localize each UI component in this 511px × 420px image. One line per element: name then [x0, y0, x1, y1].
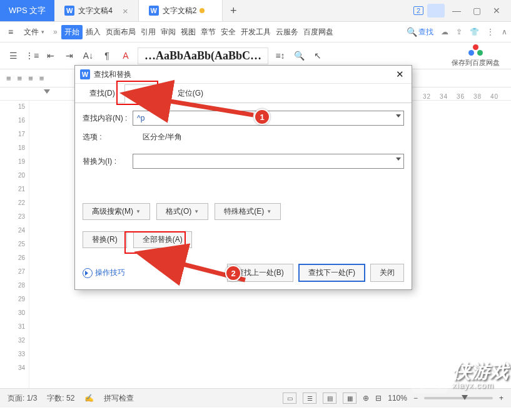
btn-label: 高级搜索(M)	[92, 206, 133, 217]
minimize-button[interactable]: —	[448, 6, 465, 16]
chevron-down-icon[interactable]	[396, 114, 401, 118]
doc-icon: W	[80, 69, 90, 79]
select-icon[interactable]: ↖	[311, 49, 325, 62]
align-justify-icon[interactable]: ≡	[39, 74, 44, 83]
titlebar: WPS 文字 W 文字文稿4 × W 文字文稿2 × + 2 — ▢ ✕	[0, 0, 511, 22]
replace-input[interactable]	[133, 154, 404, 169]
tab-goto[interactable]: 定位(G)	[168, 84, 213, 102]
align-left-icon[interactable]: ≡	[6, 74, 11, 83]
advanced-search-button[interactable]: 高级搜索(M)▼	[83, 203, 150, 220]
ribbon-tab-devtools[interactable]: 开发工具	[239, 25, 273, 39]
tab-label: 文字文稿2	[163, 6, 197, 16]
chevron-down-icon: ▾	[41, 29, 44, 35]
line-spacing-icon[interactable]: ≡↕	[273, 49, 287, 62]
zoom-slider[interactable]	[424, 397, 493, 399]
close-icon[interactable]: ×	[123, 6, 128, 16]
chevron-down-icon[interactable]	[396, 158, 401, 161]
indent-marker-icon[interactable]	[44, 89, 50, 94]
spellcheck-icon[interactable]: ✍	[84, 394, 94, 402]
maximize-button[interactable]: ▢	[468, 6, 485, 16]
chevron-right-icon: »	[53, 28, 58, 36]
options-value: 区分全/半角	[143, 132, 182, 142]
vertical-ruler[interactable]: 1516171819202122232425262728293031323334	[0, 101, 29, 388]
ribbon-tab-chapter[interactable]: 章节	[199, 25, 218, 39]
options-label: 选项 :	[83, 132, 130, 142]
close-icon[interactable]: ✕	[393, 69, 407, 80]
zoom-in-icon[interactable]: +	[499, 394, 503, 402]
paragraph-mark-icon[interactable]: ¶	[100, 49, 114, 62]
close-button[interactable]: 关闭	[370, 264, 404, 282]
tips-label: 操作技巧	[95, 268, 125, 278]
ribbon-tab-baidupan[interactable]: 百度网盘	[301, 25, 335, 39]
hamburger-icon[interactable]: ≡	[4, 25, 18, 39]
ribbon-tab-view[interactable]: 视图	[179, 25, 198, 39]
annotation-bubble-2: 2	[225, 265, 241, 281]
ribbon-tab-security[interactable]: 安全	[219, 25, 238, 39]
view-print-icon[interactable]: ▭	[283, 392, 296, 404]
zoom-thumb-icon[interactable]	[462, 395, 468, 400]
watermark-logo-icon: 侠	[411, 358, 448, 394]
find-label: 查找内容(N) :	[83, 113, 130, 124]
ribbon-tab-home[interactable]: 开始	[61, 25, 83, 39]
view-outline-icon[interactable]: ☰	[303, 392, 316, 404]
search-icon: 🔍	[407, 27, 417, 37]
page-indicator[interactable]: 页面: 1/3	[8, 393, 37, 404]
ribbon-tab-pagelayout[interactable]: 页面布局	[104, 25, 138, 39]
ribbon-tab-cloud[interactable]: 云服务	[274, 25, 300, 39]
dialog-body: 查找内容(N) : ^p 选项 : 区分全/半角 替换为(I) : 高级搜索(M…	[75, 103, 412, 253]
watermark: 侠 侠游戏 xiayx.com	[411, 358, 508, 394]
special-format-button[interactable]: 特殊格式(E)▼	[215, 203, 281, 220]
more-icon[interactable]: ⋮	[487, 28, 494, 36]
dialog-footer: 操作技巧 查找上一处(B) 查找下一处(F) 关闭	[83, 264, 404, 282]
fit-page-icon[interactable]: ⊕	[363, 394, 369, 402]
notification-badge[interactable]: 2	[413, 6, 423, 15]
find-next-button[interactable]: 查找下一处(F)	[298, 264, 365, 282]
ribbon-tab-references[interactable]: 引用	[139, 25, 158, 39]
zoom-out-icon[interactable]: −	[413, 394, 418, 402]
play-icon	[83, 268, 93, 278]
avatar[interactable]	[427, 4, 445, 18]
document-tab-active[interactable]: W 文字文稿2 ×	[139, 0, 223, 21]
search-button[interactable]: 🔍 查找	[407, 27, 433, 38]
annotation-highlight-box	[124, 231, 186, 254]
view-read-icon[interactable]: ▦	[343, 392, 357, 404]
align-right-icon[interactable]: ≡	[28, 74, 33, 83]
styles-gallery[interactable]: …AaBbAaBb(AaBbC…	[138, 48, 268, 64]
save-to-baidu-button[interactable]: 保存到百度网盘	[452, 44, 505, 68]
ribbon-tab-review[interactable]: 审阅	[159, 25, 178, 39]
skin-icon[interactable]: 👕	[470, 28, 479, 36]
new-tab-button[interactable]: +	[223, 0, 244, 21]
replace-label: 替换为(I) :	[83, 156, 130, 167]
cloud-icon[interactable]: ☁	[441, 28, 448, 36]
baidu-pan-icon	[467, 44, 485, 57]
statusbar-right: ▭ ☰ ▤ ▦ ⊕ ⊟ 110% − +	[283, 392, 503, 404]
file-menu[interactable]: 文件 ▾	[19, 27, 49, 38]
watermark-en: xiayx.com	[452, 381, 508, 390]
close-button[interactable]: ✕	[488, 6, 505, 16]
bullet-list-icon[interactable]: ☰	[6, 49, 20, 62]
doc-icon: W	[149, 6, 159, 16]
view-web-icon[interactable]: ▤	[323, 392, 336, 404]
align-center-icon[interactable]: ≡	[18, 74, 23, 83]
word-count[interactable]: 字数: 52	[47, 393, 74, 404]
ribbon-tab-insert[interactable]: 插入	[84, 25, 103, 39]
font-color-icon[interactable]: A	[119, 49, 133, 62]
search-label-text: 查找	[418, 27, 433, 38]
share-icon[interactable]: ⇪	[456, 28, 462, 36]
fit-width-icon[interactable]: ⊟	[375, 394, 382, 402]
tips-link[interactable]: 操作技巧	[83, 268, 125, 278]
document-tab[interactable]: W 文字文稿4 ×	[54, 0, 138, 21]
find-icon[interactable]: 🔍	[292, 49, 306, 62]
indent-decrease-icon[interactable]: ⇤	[44, 49, 58, 62]
ribbon-tabs: ≡ 文件 ▾ » 开始 插入 页面布局 引用 审阅 视图 章节 安全 开发工具 …	[0, 22, 511, 42]
format-button[interactable]: 格式(O)▼	[156, 203, 208, 220]
btn-label: 格式(O)	[166, 206, 191, 217]
collapse-ribbon-icon[interactable]: ∧	[502, 28, 507, 36]
replace-button[interactable]: 替换(R)	[83, 231, 127, 248]
indent-increase-icon[interactable]: ⇥	[63, 49, 76, 62]
numbered-list-icon[interactable]: ⋮≡	[25, 49, 39, 62]
file-label: 文件	[24, 27, 39, 38]
zoom-value[interactable]: 110%	[388, 394, 407, 402]
unsaved-dot-icon	[200, 8, 205, 13]
sort-icon[interactable]: A↓	[81, 49, 95, 62]
